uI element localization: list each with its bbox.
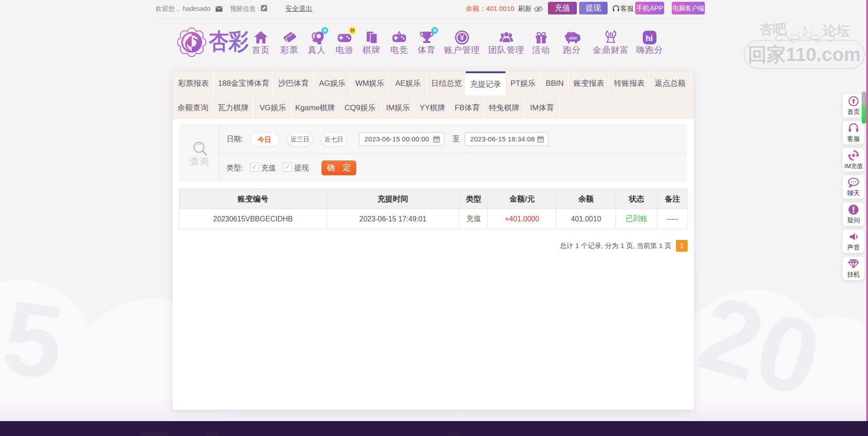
- svg-text:hi: hi: [646, 34, 653, 43]
